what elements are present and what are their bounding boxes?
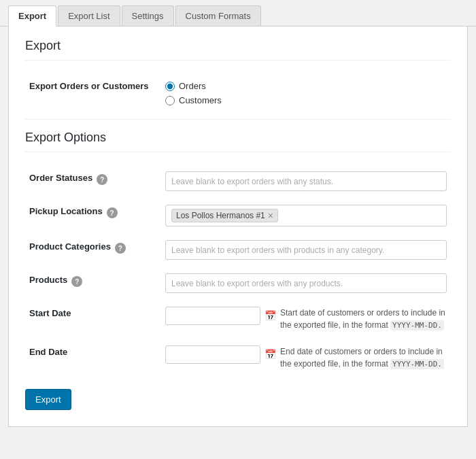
pickup-location-tag-text: Los Pollos Hermanos #1 <box>176 211 265 220</box>
tab-export[interactable]: Export <box>8 5 56 27</box>
page-wrapper: Export Export List Settings Custom Forma… <box>0 0 476 427</box>
product-categories-row: Product Categories ? <box>25 233 451 267</box>
export-options-table: Order Statuses ? Pickup Locations ? <box>25 165 451 377</box>
tab-settings[interactable]: Settings <box>122 5 174 26</box>
products-input[interactable] <box>165 273 447 293</box>
start-date-label: Start Date <box>29 308 71 318</box>
section-divider <box>25 119 451 120</box>
end-date-input[interactable] <box>165 345 260 364</box>
pickup-location-tag: Los Pollos Hermanos #1 × <box>171 209 278 222</box>
radio-customers-text: Customers <box>179 95 222 105</box>
export-button[interactable]: Export <box>25 389 71 410</box>
export-options-title: Export Options <box>25 131 451 152</box>
end-date-calendar-icon[interactable]: 📅 <box>265 349 276 360</box>
pickup-locations-label: Pickup Locations <box>29 206 103 216</box>
export-section-title: Export <box>25 39 451 61</box>
tabs-bar: Export Export List Settings Custom Forma… <box>0 0 476 27</box>
product-categories-label-cell: Product Categories ? <box>29 241 157 254</box>
product-categories-help-icon[interactable]: ? <box>115 243 126 254</box>
products-label: Products <box>29 275 67 285</box>
products-help-icon[interactable]: ? <box>71 276 82 287</box>
product-categories-label: Product Categories <box>29 241 111 252</box>
order-statuses-label-cell: Order Statuses ? <box>29 173 157 185</box>
end-date-row: End Date 📅 End date of customers or orde… <box>25 339 451 377</box>
end-date-description: End date of customers or orders to inclu… <box>280 345 447 371</box>
radio-customers[interactable] <box>165 96 175 105</box>
product-categories-input[interactable] <box>165 240 447 260</box>
content-area: Export Export Orders or Customers Orders… <box>8 27 468 427</box>
end-date-row-inner: 📅 End date of customers or orders to inc… <box>165 345 447 371</box>
tab-custom-formats[interactable]: Custom Formats <box>175 5 261 26</box>
pickup-locations-row: Pickup Locations ? Los Pollos Hermanos #… <box>25 198 451 233</box>
start-date-input[interactable] <box>165 307 260 325</box>
pickup-locations-tag-field[interactable]: Los Pollos Hermanos #1 × <box>165 205 447 226</box>
tab-export-list[interactable]: Export List <box>58 5 120 26</box>
start-date-row: Start Date 📅 Start date of customers or … <box>25 300 451 339</box>
start-date-description: Start date of customers or orders to inc… <box>280 307 447 332</box>
start-date-calendar-icon[interactable]: 📅 <box>265 310 276 321</box>
export-orders-label: Export Orders or Customers <box>25 73 161 112</box>
radio-orders-text: Orders <box>179 81 206 91</box>
products-label-cell: Products ? <box>29 275 157 287</box>
pickup-location-tag-remove[interactable]: × <box>268 211 273 220</box>
order-statuses-label: Order Statuses <box>29 173 92 183</box>
order-statuses-row: Order Statuses ? <box>25 165 451 198</box>
order-statuses-input[interactable] <box>165 171 447 191</box>
export-type-radio-group: Orders Customers <box>165 80 447 105</box>
end-date-label: End Date <box>29 347 67 357</box>
export-orders-row: Export Orders or Customers Orders Custom… <box>25 73 451 112</box>
radio-orders[interactable] <box>165 82 175 91</box>
pickup-locations-label-cell: Pickup Locations ? <box>29 206 157 218</box>
order-statuses-help-icon[interactable]: ? <box>97 174 107 185</box>
export-orders-table: Export Orders or Customers Orders Custom… <box>25 73 451 112</box>
pickup-locations-help-icon[interactable]: ? <box>107 207 118 218</box>
start-date-row-inner: 📅 Start date of customers or orders to i… <box>165 307 447 332</box>
products-row: Products ? <box>25 267 451 300</box>
radio-customers-label[interactable]: Customers <box>165 95 447 105</box>
radio-orders-label[interactable]: Orders <box>165 81 447 91</box>
